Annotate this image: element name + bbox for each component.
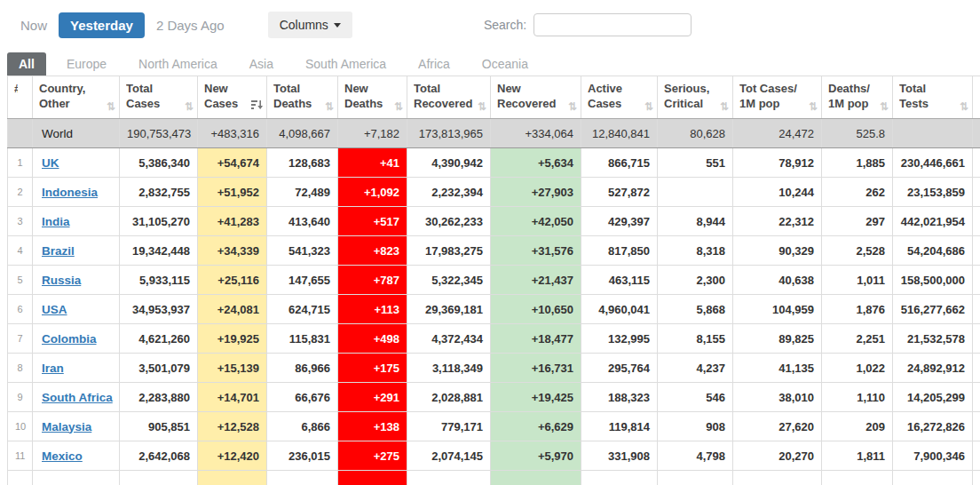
col-header-country-other[interactable]: Country,Other⇅ bbox=[33, 76, 120, 119]
cell-country: Indonesia bbox=[33, 178, 120, 207]
cell-total-tests: 23,153,859 bbox=[893, 178, 973, 207]
cell-country: UK bbox=[33, 148, 120, 178]
cell-total-tests: 7,900,346 bbox=[893, 441, 973, 471]
col-header-deaths-1m-pop[interactable]: Deaths/1M pop⇅ bbox=[822, 76, 893, 119]
cell-new-cases: +19,925 bbox=[198, 324, 267, 354]
cell-deaths-per-1m: 1,011 bbox=[822, 266, 893, 295]
cell-clipped bbox=[973, 441, 980, 471]
cell-total-recovered: 4,390,942 bbox=[407, 148, 491, 178]
covid-table-wrap: #Country,Other⇅TotalCases⇅NewCasesTotalD… bbox=[7, 76, 980, 485]
cell-total-cases: 5,386,340 bbox=[120, 148, 198, 178]
col-header-new-recovered[interactable]: NewRecovered⇅ bbox=[491, 76, 581, 119]
col-header-new-cases[interactable]: NewCases bbox=[198, 76, 267, 119]
cell-total-tests bbox=[893, 471, 973, 485]
col-header-total-deaths[interactable]: TotalDeaths⇅ bbox=[267, 76, 338, 119]
cell-active-cases: 4,960,041 bbox=[581, 295, 658, 324]
sort-icon: ⇅ bbox=[644, 101, 653, 112]
cell-total-tests: 158,500,000 bbox=[893, 266, 973, 295]
cell-total-deaths: 115,831 bbox=[267, 324, 338, 354]
cell-total-cases: 190,753,473 bbox=[120, 119, 198, 148]
two-days-ago-button[interactable]: 2 Days Ago bbox=[145, 12, 236, 38]
country-link[interactable]: Russia bbox=[42, 274, 81, 287]
sort-icon: ⇅ bbox=[185, 101, 194, 112]
cell-new-deaths: +517 bbox=[338, 207, 407, 236]
col-header-new-deaths[interactable]: NewDeaths⇅ bbox=[338, 76, 407, 119]
cell-total-tests: 230,446,661 bbox=[893, 148, 973, 178]
col-header-total-tests[interactable]: TotalTests⇅ bbox=[893, 76, 973, 119]
col-header-total-cases[interactable]: TotalCases⇅ bbox=[120, 76, 198, 119]
cell-rank: 5 bbox=[8, 266, 33, 295]
cell-serious-critical: 4,798 bbox=[658, 441, 733, 471]
cell-clipped bbox=[973, 324, 980, 354]
cell-new-deaths: +1,092 bbox=[338, 178, 407, 207]
tab-oceania[interactable]: Oceania bbox=[470, 52, 540, 76]
cell-new-deaths: +823 bbox=[338, 236, 407, 266]
table-header-row: #Country,Other⇅TotalCases⇅NewCasesTotalD… bbox=[8, 76, 980, 119]
cell-new-recovered: +10,650 bbox=[491, 295, 581, 324]
country-link[interactable]: Brazil bbox=[42, 244, 75, 258]
col-header-active-cases[interactable]: ActiveCases⇅ bbox=[581, 76, 658, 119]
tab-europe[interactable]: Europe bbox=[55, 52, 118, 76]
tab-asia[interactable]: Asia bbox=[238, 52, 285, 76]
cell-rank: 3 bbox=[8, 207, 33, 236]
cell-total-tests bbox=[893, 119, 973, 148]
table-row-south-africa: 9South Africa2,283,880+14,70166,676+2912… bbox=[8, 383, 980, 412]
cell-deaths-per-1m: 262 bbox=[822, 178, 893, 207]
cell-active-cases bbox=[581, 471, 658, 485]
tab-north-america[interactable]: North America bbox=[127, 52, 229, 76]
cell-total-deaths: 624,715 bbox=[267, 295, 338, 324]
cell-rank bbox=[8, 119, 33, 148]
country-link[interactable]: Malaysia bbox=[42, 420, 91, 433]
tab-all[interactable]: All bbox=[7, 52, 46, 76]
country-link[interactable]: Indonesia bbox=[42, 186, 98, 199]
col-header-serious-critical[interactable]: Serious,Critical⇅ bbox=[658, 76, 733, 119]
cell-new-cases: +34,339 bbox=[198, 236, 267, 266]
cell-total-deaths: 541,323 bbox=[267, 236, 338, 266]
world-total-row: World190,753,473+483,3164,098,667+7,1821… bbox=[8, 119, 980, 148]
cell-clipped bbox=[973, 383, 980, 412]
cell-active-cases: 188,323 bbox=[581, 383, 658, 412]
country-link[interactable]: India bbox=[42, 215, 70, 228]
sort-icon: ⇅ bbox=[960, 101, 968, 112]
cell-country bbox=[33, 471, 120, 485]
cell-new-deaths: +498 bbox=[338, 324, 407, 354]
cell-total-tests: 21,532,578 bbox=[893, 324, 973, 354]
col-header-tot-cases-1m-pop[interactable]: Tot Cases/1M pop⇅ bbox=[733, 76, 822, 119]
cell-serious-critical: 551 bbox=[658, 148, 733, 178]
col-header-clipped bbox=[973, 76, 980, 119]
country-link[interactable]: Iran bbox=[42, 362, 64, 375]
cell-total-tests: 16,272,826 bbox=[893, 412, 973, 441]
country-link[interactable]: Mexico bbox=[42, 449, 83, 463]
cell-rank: 7 bbox=[8, 324, 33, 354]
cell-total-tests: 442,021,954 bbox=[893, 207, 973, 236]
columns-dropdown-button[interactable]: Columns bbox=[268, 12, 352, 38]
cell-new-cases: +12,420 bbox=[198, 441, 267, 471]
cell-deaths-per-1m: 297 bbox=[822, 207, 893, 236]
cell-new-recovered: +19,425 bbox=[491, 383, 581, 412]
cell-new-cases: +15,139 bbox=[198, 354, 267, 383]
cell-deaths-per-1m: 1,110 bbox=[822, 383, 893, 412]
cell-new-deaths: +7,182 bbox=[338, 119, 407, 148]
country-link[interactable]: UK bbox=[42, 156, 59, 170]
tab-south-america[interactable]: South America bbox=[294, 52, 398, 76]
table-row-mexico: 11Mexico2,642,068+12,420236,015+2752,074… bbox=[8, 441, 980, 471]
cell-clipped bbox=[973, 471, 980, 485]
sort-icon: ⇅ bbox=[809, 101, 818, 112]
col-header-total-recovered[interactable]: TotalRecovered⇅ bbox=[407, 76, 491, 119]
country-link[interactable]: Colombia bbox=[42, 332, 97, 346]
cell-new-deaths: +291 bbox=[338, 383, 407, 412]
search-input[interactable] bbox=[533, 13, 692, 36]
cell-country: Mexico bbox=[33, 441, 120, 471]
cell-serious-critical bbox=[658, 178, 733, 207]
now-button[interactable]: Now bbox=[9, 12, 59, 38]
country-link[interactable]: USA bbox=[42, 303, 67, 316]
yesterday-button[interactable]: Yesterday bbox=[59, 12, 145, 38]
cell-new-recovered: +31,576 bbox=[491, 236, 581, 266]
cell-total-recovered bbox=[407, 471, 491, 485]
cell-deaths-per-1m: 1,022 bbox=[822, 354, 893, 383]
tab-africa[interactable]: Africa bbox=[407, 52, 462, 76]
cell-cases-per-1m bbox=[733, 471, 822, 485]
country-link[interactable]: South Africa bbox=[42, 391, 113, 404]
table-row-russia: 5Russia5,933,115+25,116147,655+7875,322,… bbox=[8, 266, 980, 295]
sort-icon: ⇅ bbox=[568, 101, 577, 112]
